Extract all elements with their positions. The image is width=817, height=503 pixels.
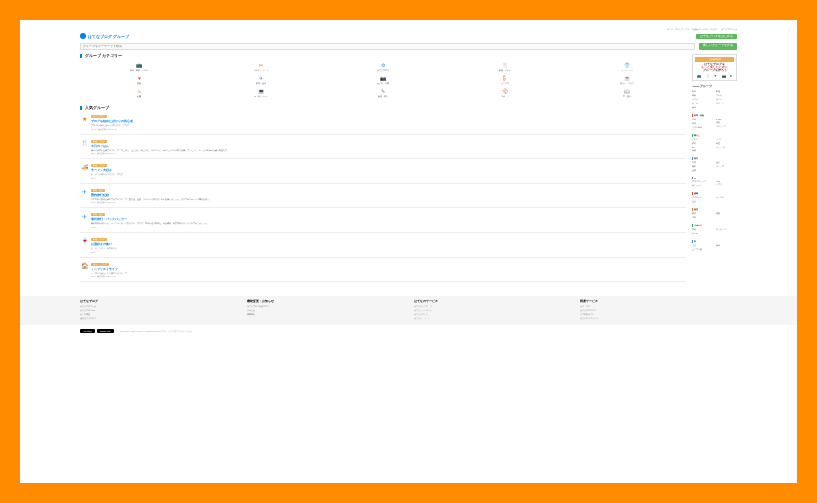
category-icon: ☕ bbox=[567, 75, 686, 81]
tag-link[interactable]: 園芸 bbox=[716, 142, 737, 145]
group-tag: はてなブログ bbox=[91, 115, 107, 118]
footer-link[interactable]: はてなダイアリー bbox=[414, 313, 571, 316]
logo-icon bbox=[80, 33, 86, 39]
tag-link[interactable]: 料理 bbox=[716, 90, 737, 93]
footer-link[interactable]: 人力検索はてな bbox=[580, 313, 737, 316]
tag-link[interactable]: インテリア bbox=[716, 146, 737, 149]
group-item[interactable]: 🍴料理・グルメ今日のごはん毎日の食事を記録するグループ。朝ごはん、昼ごはん、晩ご… bbox=[80, 139, 686, 160]
tag-link[interactable]: 邦画 bbox=[692, 118, 713, 121]
footer-link[interactable]: はてなブログPro bbox=[80, 309, 237, 312]
google-play-badge[interactable]: Google Play bbox=[97, 329, 114, 333]
tag-link[interactable]: ガジェット bbox=[692, 184, 713, 187]
category-item[interactable]: ✈旅行・地域 bbox=[202, 75, 321, 85]
category-item[interactable]: 📷カメラ・写真 bbox=[324, 75, 443, 85]
tag-link[interactable]: ゲーム bbox=[692, 102, 713, 105]
logo[interactable]: はてなブログ グループ bbox=[80, 33, 129, 39]
footer-link[interactable]: はてなブログ開発ブログ bbox=[247, 305, 404, 308]
create-group-button[interactable]: 新しいグループを作成 bbox=[699, 43, 737, 50]
side-heading: IT bbox=[692, 177, 737, 179]
tag-link[interactable]: 英語 bbox=[692, 212, 713, 215]
tag-link[interactable]: アニメ bbox=[692, 98, 713, 101]
category-item[interactable]: ₿ビジネス bbox=[445, 75, 564, 85]
group-item[interactable]: 🍷料理・グルメお酒好きの集いビール、ワイン、日本酒など321人 bbox=[80, 237, 686, 258]
category-item[interactable]: ♨健康 bbox=[80, 88, 199, 98]
tag-link[interactable]: クラシック bbox=[716, 125, 737, 128]
tag-link[interactable]: DIY bbox=[692, 146, 713, 148]
tag-link[interactable]: 洋楽 bbox=[716, 121, 737, 124]
tag-link[interactable]: 温泉 bbox=[692, 169, 713, 172]
footer-link[interactable]: はてなブックマーク bbox=[414, 305, 571, 308]
tag-link[interactable]: ペット bbox=[716, 138, 737, 141]
category-item[interactable]: 📖本・書評 bbox=[567, 88, 686, 98]
tag-link[interactable]: 漫画 bbox=[692, 106, 713, 109]
category-item[interactable]: ♥恋愛 bbox=[80, 75, 199, 85]
tag-link[interactable]: 掃除 bbox=[692, 149, 713, 152]
category-item[interactable]: ⚙はてなブログ bbox=[324, 62, 443, 72]
tag-link[interactable]: サッカー bbox=[692, 232, 713, 235]
side-about-title: About グループ bbox=[692, 85, 737, 88]
footer-link[interactable]: はてなブログタグ bbox=[580, 309, 737, 312]
group-icon: ★ bbox=[80, 114, 88, 122]
promo-box[interactable]: 参加者募集中 はてなブログを もっと楽しむために グループを作ろう 📺🍴✈📷♥ bbox=[692, 54, 737, 81]
tag-link[interactable]: キャンプ bbox=[716, 165, 737, 168]
tag-link[interactable]: 映画 bbox=[692, 90, 713, 93]
category-item[interactable]: 📺映画・音楽・アニメ bbox=[80, 62, 199, 72]
tag-link[interactable]: メンタル bbox=[716, 196, 737, 199]
tag-link[interactable]: 読書 bbox=[716, 212, 737, 215]
group-name: ブログを始めたばかりの初心者 bbox=[91, 119, 686, 123]
footer-link[interactable]: カラースター bbox=[580, 305, 737, 308]
tag-link[interactable]: Web bbox=[716, 180, 737, 182]
category-item[interactable]: ✎勉強・教育 bbox=[324, 88, 443, 98]
category-item[interactable]: 💻IT・ガジェット bbox=[202, 88, 321, 98]
group-item[interactable]: ★はてなブログブログを始めたばかりの初心者ブログを始めたばかりの方のグループです… bbox=[80, 114, 686, 135]
group-icon: 🍜 bbox=[80, 163, 88, 171]
tag-link[interactable]: プログラミング bbox=[692, 180, 713, 183]
tag-link[interactable]: ビジネス書 bbox=[692, 248, 713, 251]
category-item[interactable]: ✂デザイン・アート bbox=[202, 62, 321, 72]
about-link[interactable]: はてなブログとは bbox=[721, 28, 737, 31]
tag-link[interactable]: グルメ bbox=[716, 94, 737, 97]
tag-link[interactable]: 節約 bbox=[692, 142, 713, 145]
group-item[interactable]: 🏠暮らし・子育てミニマリストライフシンプルな暮らしを目指す人のグループ210人 … bbox=[80, 262, 686, 283]
tag-link[interactable]: 小説 bbox=[692, 244, 713, 247]
group-item[interactable]: ✈旅行・地域国内旅行記録日本国内の旅行記録を共有するグループ。観光地、温泉、グル… bbox=[80, 188, 686, 209]
app-store-badge[interactable]: App Store bbox=[80, 329, 95, 333]
footer-link[interactable]: はてなフォトライフ bbox=[414, 309, 571, 312]
category-icon: ✈ bbox=[202, 75, 321, 81]
group-desc: 毎日の食事を記録するグループ。朝ごはん、昼ごはん、晩ごはん、おやつなど、食べたも… bbox=[91, 149, 686, 152]
category-item[interactable]: ☕暮らし・子育て bbox=[567, 75, 686, 85]
promo-tag: 参加者募集中 bbox=[695, 57, 734, 62]
tag-link[interactable]: 運動 bbox=[692, 200, 713, 203]
tag-link[interactable]: 野球 bbox=[692, 228, 713, 231]
footer-link[interactable]: はてなキーワード bbox=[414, 317, 571, 320]
tag-link[interactable]: カフェ bbox=[716, 98, 737, 101]
tag-link[interactable]: ダイエット bbox=[692, 196, 713, 199]
tag-link[interactable]: 登山 bbox=[716, 161, 737, 164]
category-item[interactable]: 👕ファッション bbox=[567, 62, 686, 72]
category-item[interactable]: 🍴料理・グルメ bbox=[445, 62, 564, 72]
tag-link[interactable]: 国内 bbox=[692, 161, 713, 164]
footer-link[interactable]: 障害情報 bbox=[247, 313, 404, 316]
tag-link[interactable]: 子育て bbox=[692, 138, 713, 141]
tag-link[interactable]: J-POP bbox=[716, 118, 737, 120]
tag-link[interactable]: アプリ bbox=[716, 183, 737, 186]
signup-button[interactable]: はてなブログをはじめる bbox=[696, 34, 737, 39]
tag-link[interactable]: 音楽 bbox=[692, 94, 713, 97]
footer-link[interactable]: 使い方講座 bbox=[80, 313, 237, 316]
tag-link[interactable]: 漫画 bbox=[716, 244, 737, 247]
footer-link[interactable]: はてなブログとは bbox=[80, 305, 237, 308]
tag-link[interactable]: ランニング bbox=[716, 228, 737, 231]
tag-link[interactable]: アニメ映画 bbox=[692, 126, 713, 129]
footer-link[interactable]: お知らせ bbox=[247, 309, 404, 312]
group-item[interactable]: 🍜料理・グルメラーメン大好きラーメンが好きな人のグループです654人 bbox=[80, 163, 686, 184]
category-icon: ♨ bbox=[80, 88, 199, 94]
footer-link[interactable]: 週刊はてなブログ bbox=[80, 317, 237, 320]
footer-link[interactable]: はてな匿名ダイアリー bbox=[580, 317, 737, 320]
tag-link[interactable]: 海外 bbox=[692, 165, 713, 168]
category-item[interactable]: ⚾スポーツ bbox=[445, 88, 564, 98]
search-input[interactable] bbox=[80, 43, 695, 50]
tag-link[interactable]: 資格 bbox=[692, 216, 713, 219]
tag-link[interactable]: 洋画 bbox=[692, 122, 713, 125]
tag-link[interactable]: スイーツ bbox=[716, 102, 737, 105]
group-item[interactable]: ✈旅行・地域海外旅行・バックパッカー海外旅行が好きな人、バックパッカーの方のグル… bbox=[80, 212, 686, 233]
